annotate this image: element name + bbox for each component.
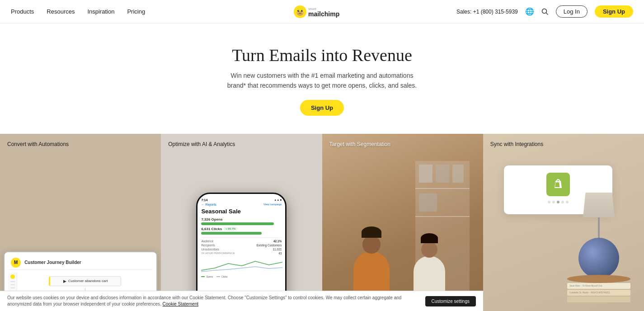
person-1-head	[362, 236, 381, 254]
mailchimp-logo-svg: smart mailchimp	[293, 5, 352, 19]
jb-title: Customer Journey Builder	[24, 260, 81, 265]
shelf-box-1	[419, 165, 432, 183]
hero-section: Turn Emails into Revenue Win new custome…	[0, 24, 644, 134]
dot-active	[557, 201, 559, 203]
cookie-message: Our website uses cookies on your device …	[7, 295, 401, 306]
jb-logo-icon: M	[11, 258, 21, 268]
circular-table	[567, 275, 630, 283]
phone-clicks-badge: + 66.7%	[224, 227, 237, 231]
signup-button[interactable]: Sign Up	[595, 5, 633, 18]
nav-item-products[interactable]: Products	[11, 8, 34, 15]
phone-opens: 7,326 Opens	[201, 217, 282, 221]
lamp-sphere	[578, 238, 619, 278]
globe-icon[interactable]: 🌐	[525, 7, 534, 16]
phone-time: 7:14	[201, 198, 207, 202]
panel-integrations: Sync with Integrations	[483, 134, 644, 311]
cookie-statement-link[interactable]: Cookie Statement	[163, 302, 199, 306]
unsub-value: 11,021	[273, 248, 282, 251]
panel-3-label: Target with Segmentation	[329, 141, 390, 147]
recipients-value: Existing Customers	[256, 244, 282, 247]
svg-point-3	[301, 10, 303, 12]
shelf-box-2	[436, 165, 449, 183]
clicks-bar	[201, 232, 262, 235]
nav-item-pricing[interactable]: Pricing	[127, 8, 145, 15]
shopify-icon	[546, 173, 570, 196]
audience-label: Audience	[201, 240, 213, 243]
jb-icon-active	[10, 274, 15, 279]
phone-view-campaign: View campaign	[263, 203, 282, 206]
hero-subtitle: Win new customers with the #1 email mark…	[223, 71, 422, 91]
dot-1	[548, 201, 550, 203]
audience-value: 42.1%	[273, 240, 282, 243]
shelf-box-3	[452, 165, 464, 183]
customize-settings-button[interactable]: Customize settings	[425, 296, 476, 306]
dot-2	[552, 201, 555, 203]
svg-point-2	[297, 10, 299, 12]
nav-item-resources[interactable]: Resources	[47, 8, 75, 15]
cookie-text: Our website uses cookies on your device …	[7, 295, 418, 307]
search-icon[interactable]	[541, 8, 549, 15]
phone-number: Sales: +1 (800) 315-5939	[456, 9, 518, 15]
panel-4-label: Sync with Integrations	[490, 141, 543, 147]
jb-icon	[10, 287, 15, 288]
svg-point-5	[301, 10, 302, 10]
svg-point-10	[542, 9, 546, 13]
panel-automations: Convert with Automations M Customer Jour…	[0, 134, 161, 311]
lamp-pole	[598, 217, 600, 238]
phone-campaign-title: Seasonal Sale	[201, 208, 282, 215]
book-2: Gabrielle St. Martin - ARIA'S MISTAKES	[567, 290, 630, 296]
hero-title: Turn Emails into Revenue	[9, 45, 635, 65]
svg-line-11	[546, 13, 548, 14]
panel-2-label: Optimize with AI & Analytics	[168, 141, 235, 147]
svg-text:mailchimp: mailchimp	[308, 10, 339, 18]
book-3	[567, 297, 630, 302]
phone-status-icons: ▲▲ ■	[274, 198, 282, 201]
login-button[interactable]: Log In	[556, 5, 588, 18]
person-1-hair	[362, 226, 381, 238]
panel-1-label: Convert with Automations	[7, 141, 69, 147]
phone-chart: Opens Clicks	[201, 257, 282, 273]
recipients-label: Recipients	[201, 244, 215, 247]
perf-label: 24 HOUR PERFORMANCE	[201, 252, 235, 255]
journey-node-1: ▶ Customer abandons cart	[49, 276, 121, 286]
book-1: Jessl Klein - I'll Show Myself Out	[567, 283, 630, 289]
person-2-head	[421, 241, 437, 258]
person-2-hair	[421, 233, 438, 243]
dot-3	[561, 201, 564, 203]
lamp-shade	[583, 193, 615, 217]
feature-panels: Convert with Automations M Customer Jour…	[0, 134, 644, 311]
phone-clicks: 6,631 Clicks	[201, 227, 222, 231]
perf-value: 43	[278, 252, 282, 255]
performance-chart-svg	[201, 257, 282, 273]
svg-point-6	[296, 12, 298, 13]
shopify-bag-icon	[551, 177, 565, 192]
phone-reports-link: ← Reports	[201, 203, 216, 206]
navbar: Products Resources Inspiration Pricing s…	[0, 0, 644, 24]
svg-point-4	[298, 10, 298, 10]
unsub-label: Unsubscribes	[201, 248, 219, 251]
phone-divider	[201, 237, 282, 238]
lamp-area: Jessl Klein - I'll Show Myself Out Gabri…	[567, 193, 630, 302]
nav-item-inspiration[interactable]: Inspiration	[87, 8, 114, 15]
cookie-banner: Our website uses cookies on your device …	[0, 291, 483, 311]
logo[interactable]: smart mailchimp	[293, 5, 352, 19]
jb-icon	[10, 284, 15, 285]
jb-icon	[10, 281, 15, 282]
shelf-1	[415, 188, 470, 189]
nav-left: Products Resources Inspiration Pricing	[11, 8, 145, 15]
panel-segmentation: Target with Segmentation	[322, 134, 483, 311]
nav-right: Sales: +1 (800) 315-5939 🌐 Log In Sign U…	[456, 5, 633, 18]
svg-point-7	[301, 12, 304, 13]
panel-analytics: Optimize with AI & Analytics 7:14 ▲▲ ■ ←…	[161, 134, 322, 311]
hero-cta-button[interactable]: Sign Up	[300, 100, 344, 116]
book-stack: Jessl Klein - I'll Show Myself Out Gabri…	[567, 283, 630, 302]
opens-bar	[201, 222, 273, 225]
